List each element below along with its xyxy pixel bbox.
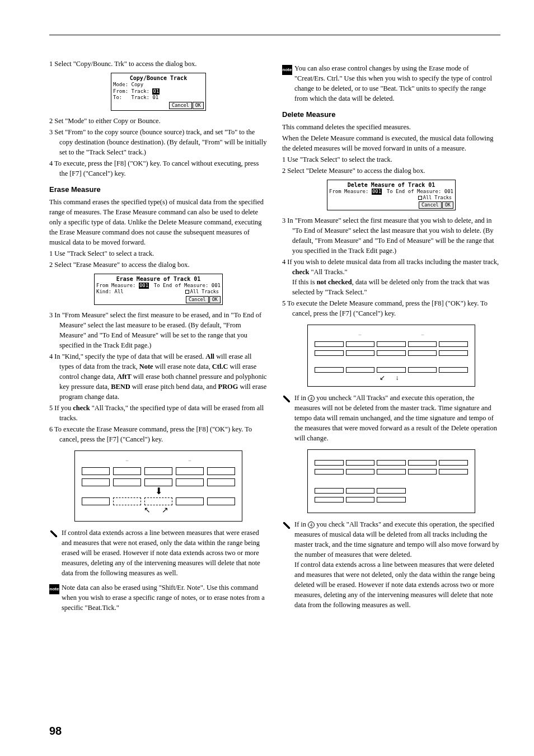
- erase-measure-intro: This command erases the specified type(s…: [49, 198, 268, 248]
- dialog-title: Delete Measure of Track 01: [329, 181, 453, 189]
- copy-step-1: 1 Select "Copy/Bounc. Trk" to access the…: [49, 59, 268, 69]
- arrow-diagonal-icons: ↖ ↗: [82, 508, 235, 513]
- column-right: note You can also erase control changes …: [282, 59, 500, 618]
- ok-button[interactable]: OK: [193, 102, 204, 109]
- note-icon: note: [49, 584, 59, 594]
- erase-diagram: –– ⬇ ↖ ↗: [74, 450, 242, 522]
- erase-step-6: 6 To execute the Erase Measure command, …: [49, 425, 268, 445]
- warning-text: If in 4 you uncheck "All Tracks" and exe…: [294, 393, 500, 444]
- erase-measure-dialog: Erase Measure of Track 01 From Measure: …: [94, 274, 223, 305]
- dialog-title: Copy/Bounce Track: [113, 74, 204, 82]
- warning-block-delete-2: If in 4 you check "All Tracks" and execu…: [282, 520, 500, 611]
- copy-step-3: 3 Set "From" to the copy source (bounce …: [49, 128, 268, 158]
- dialog-mode-row: Mode: Copy: [113, 82, 204, 88]
- delete-measure-dialog: Delete Measure of Track 01 From Measure:…: [327, 180, 456, 211]
- erase-step-1: 1 Use "Track Select" to select a track.: [49, 249, 268, 259]
- cancel-button[interactable]: Cancel: [419, 201, 442, 209]
- dialog-buttons: CancelOK: [113, 102, 204, 109]
- delete-measure-heading: Delete Measure: [282, 110, 500, 120]
- page-number: 98: [49, 723, 62, 739]
- dialog-alltracks-row: All Tracks: [329, 195, 453, 201]
- checkbox-icon[interactable]: [418, 196, 422, 200]
- dialog-title: Erase Measure of Track 01: [96, 275, 221, 283]
- erase-step-2: 2 Select "Erase Measure" to access the d…: [49, 260, 268, 270]
- copy-step-2: 2 Set "Mode" to either Copy or Bounce.: [49, 116, 268, 126]
- cancel-button[interactable]: Cancel: [169, 102, 192, 109]
- dialog-row-from-to: From Measure: 001 To End of Measure: 001: [96, 283, 221, 289]
- copy-step-4: 4 To execute, press the [F8] ("OK") key.…: [49, 159, 268, 179]
- delete-step-5: 5 To execute the Delete Measure command,…: [282, 299, 500, 319]
- ok-button[interactable]: OK: [442, 201, 453, 209]
- warning-block-delete-1: If in 4 you uncheck "All Tracks" and exe…: [282, 393, 500, 444]
- page-rule: [49, 35, 500, 35]
- delete-diagram-1: –– ↙ ↓: [307, 325, 475, 387]
- dialog-row-kind: Kind: All All Tracks: [96, 289, 221, 295]
- note-icon: note: [282, 65, 292, 75]
- arrow-down-icon: ⬇: [82, 489, 235, 494]
- pencil-icon: [282, 521, 292, 531]
- dialog-buttons: CancelOK: [96, 296, 221, 303]
- delete-step-4: 4 If you wish to delete musical data fro…: [282, 257, 500, 298]
- delete-intro-2: When the Delete Measure command is execu…: [282, 134, 500, 154]
- copy-bounce-dialog: Copy/Bounce Track Mode: Copy From: Track…: [111, 73, 206, 111]
- warning-text: If control data extends across a line be…: [62, 528, 268, 579]
- dialog-from-row: From: Track: 01: [113, 88, 204, 95]
- delete-step-1: 1 Use "Track Select" to select the track…: [282, 155, 500, 165]
- checkbox-icon[interactable]: [185, 290, 189, 294]
- column-left: 1 Select "Copy/Bounc. Trk" to access the…: [49, 59, 268, 618]
- erase-measure-heading: Erase Measure: [49, 185, 268, 195]
- delete-intro-1: This command deletes the specified measu…: [282, 123, 500, 133]
- erase-step-3: 3 In "From Measure" select the first mea…: [49, 311, 268, 351]
- dialog-to-row: To: Track: 01: [113, 95, 204, 101]
- warning-text: If in 4 you check "All Tracks" and execu…: [294, 520, 500, 611]
- erase-step-4: 4 In "Kind," specify the type of data th…: [49, 352, 268, 402]
- dialog-row-from-to: From Measure: 001 To End of Measure: 001: [329, 189, 453, 195]
- dialog-buttons: CancelOK: [329, 201, 453, 209]
- note-text: Note data can also be erased using "Shif…: [62, 583, 268, 613]
- two-column-layout: 1 Select "Copy/Bounc. Trk" to access the…: [49, 59, 500, 618]
- erase-step-5: 5 If you check "All Tracks," the specifi…: [49, 403, 268, 424]
- arrow-diagonal-icons: ↙ ↓: [315, 375, 468, 381]
- note-block-erase: note Note data can also be erased using …: [49, 583, 268, 613]
- note-block-right-top: note You can also erase control changes …: [282, 64, 500, 104]
- pencil-icon: [49, 529, 59, 539]
- delete-diagram-2: [307, 449, 475, 513]
- pencil-icon: [282, 395, 292, 405]
- delete-step-2: 2 Select "Delete Measure" to access the …: [282, 166, 500, 176]
- delete-step-3: 3 In "From Measure" select the first mea…: [282, 216, 500, 256]
- cancel-button[interactable]: Cancel: [186, 296, 209, 303]
- note-text: You can also erase control changes by us…: [294, 64, 500, 104]
- ok-button[interactable]: OK: [209, 296, 221, 303]
- warning-block-erase: If control data extends across a line be…: [49, 528, 268, 579]
